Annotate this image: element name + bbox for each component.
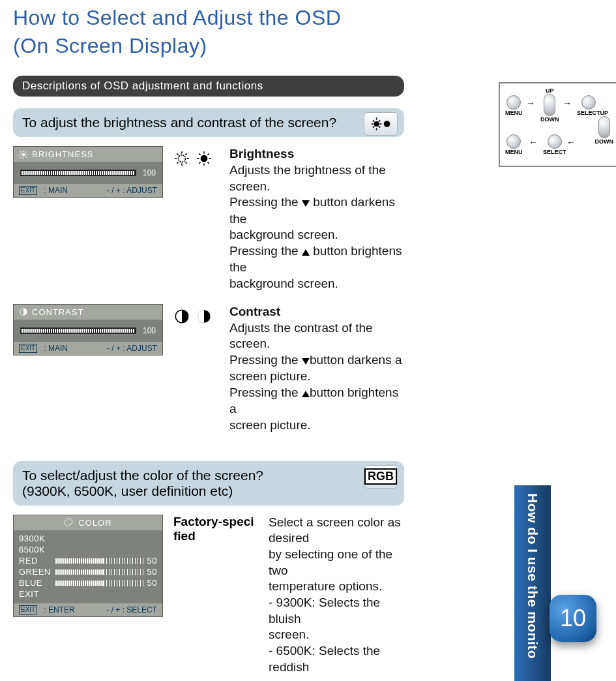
diagram-menu-2: MENU <box>505 149 523 155</box>
color-osd-blue-val: 50 <box>147 578 157 588</box>
contrast-description: Contrast Adjusts the contrast of the scr… <box>229 304 404 434</box>
color-osd-blue: BLUE <box>19 578 51 588</box>
factory-l4: - 9300K: Selects the bluish <box>269 596 380 626</box>
contrast-osd-panel: CONTRAST 100 EXIT : MAIN - / + : ADJUST <box>13 304 163 356</box>
sun-icon <box>19 150 28 159</box>
brightness-badge <box>364 112 398 136</box>
factory-label-l1: Factory-speci <box>173 515 254 528</box>
svg-line-33 <box>199 154 200 155</box>
rgb-badge-text: RGB <box>364 468 397 485</box>
color-osd-title: COLOR <box>78 518 111 528</box>
svg-point-10 <box>22 153 25 157</box>
title-line1: How to Select and Adjust the OSD <box>13 6 341 29</box>
factory-label: Factory-speci fied <box>173 515 258 545</box>
arrow-left-icon: ← <box>529 137 538 147</box>
triangle-down-icon <box>302 358 310 365</box>
color-osd-green-val: 50 <box>147 567 157 577</box>
rgb-badge: RGB <box>364 465 398 489</box>
color-osd-footer-right: - / + : SELECT <box>106 605 157 614</box>
brightness-osd-footer-right: - / + : ADJUST <box>107 186 157 195</box>
color-osd-red-val: 50 <box>147 556 157 566</box>
select-button-icon <box>581 95 596 110</box>
contrast-l3: screen picture. <box>229 369 311 383</box>
triangle-up-icon <box>302 249 310 256</box>
subhead2-l1: To select/adjust the color of the screen… <box>22 468 263 483</box>
factory-l5: screen. <box>269 628 309 641</box>
factory-l6: - 6500K: Selects the reddish <box>269 644 380 674</box>
contrast-osd-header: CONTRAST <box>14 305 162 320</box>
svg-line-18 <box>25 151 27 153</box>
page-title: How to Select and Adjust the OSD (On Scr… <box>13 4 404 60</box>
brightness-osd-value: 100 <box>143 168 156 177</box>
contrast-osd-footer-left: : MAIN <box>44 344 68 353</box>
subhead-color: To select/adjust the color of the screen… <box>13 461 404 506</box>
sun-icon <box>370 116 391 132</box>
factory-label-l2: fied <box>173 529 196 543</box>
color-osd-6500k: 6500K <box>19 545 45 554</box>
select-button-icon <box>548 134 562 149</box>
brightness-l3: background screen. <box>229 228 338 241</box>
subhead2-l2: (9300K, 6500K, user definition etc) <box>22 483 233 498</box>
contrast-l2a: Pressing the <box>229 353 302 367</box>
brightness-osd-header: BRIGHTNESS <box>14 147 162 162</box>
factory-l3: temperature options. <box>269 579 382 593</box>
color-osd-9300k: 9300K <box>19 534 45 543</box>
svg-line-8 <box>379 121 380 122</box>
svg-line-16 <box>25 157 27 158</box>
diagram-up-1: UP <box>546 87 554 94</box>
svg-line-5 <box>373 121 374 122</box>
diagram-down-1: DOWN <box>540 116 559 123</box>
diagram-select-2: SELECT <box>543 149 566 155</box>
contrast-icon <box>19 307 28 316</box>
brightness-description: Brightness Adjusts the brightness of the… <box>229 146 404 292</box>
svg-line-35 <box>199 162 200 164</box>
svg-line-25 <box>185 162 186 164</box>
svg-line-36 <box>207 154 209 155</box>
contrast-heading: Contrast <box>229 304 404 320</box>
contrast-half-icon <box>173 308 190 325</box>
svg-line-6 <box>379 127 380 128</box>
arrow-left-icon: ← <box>566 137 576 147</box>
triangle-down-icon <box>302 200 310 207</box>
factory-l1: Select a screen color as desired <box>269 515 401 545</box>
updown-button-icon <box>544 94 555 116</box>
brightness-l5: background screen. <box>229 277 338 290</box>
brightness-osd-title: BRIGHTNESS <box>32 149 94 159</box>
contrast-osd-title: CONTRAST <box>32 307 84 317</box>
svg-line-7 <box>373 127 374 128</box>
arrow-right-icon: → <box>563 98 572 108</box>
factory-l2: by selecting one of the two <box>269 547 392 577</box>
color-osd-exit: EXIT <box>19 589 39 599</box>
side-tab: How do I use the monito <box>514 485 551 681</box>
svg-line-15 <box>20 151 22 153</box>
svg-line-17 <box>20 157 22 158</box>
diagram-down-2: DOWN <box>595 138 614 145</box>
factory-description: Select a screen color as desired by sele… <box>269 515 404 681</box>
factory-l7: screen. <box>269 676 309 682</box>
side-tab-text: How do I use the monito <box>525 485 540 659</box>
brightness-l4a: Pressing the <box>229 244 302 258</box>
contrast-l1: Adjusts the contrast of the screen. <box>229 321 373 351</box>
palette-icon <box>64 518 73 527</box>
brightness-osd-footer-left: : MAIN <box>44 186 68 195</box>
svg-line-27 <box>185 154 186 155</box>
svg-point-28 <box>201 155 208 162</box>
arrow-right-icon: → <box>526 98 535 108</box>
menu-button-icon <box>506 134 521 149</box>
contrast-icons <box>173 304 219 325</box>
sun-outline-icon <box>173 150 190 167</box>
button-diagram: MENU → UPDOWN → SELECT UPDOWN MENU ← SEL… <box>499 82 616 167</box>
page-number-badge: 10 <box>550 595 596 642</box>
brightness-l1: Adjusts the brightness of the screen. <box>229 163 386 193</box>
sun-icon <box>196 150 213 167</box>
color-osd-red: RED <box>19 556 51 566</box>
brightness-icons <box>173 146 219 167</box>
svg-line-34 <box>207 162 209 164</box>
subhead-brightness-contrast: To adjust the brightness and contrast of… <box>13 108 404 137</box>
contrast-l5: screen picture. <box>229 418 311 432</box>
brightness-heading: Brightness <box>229 146 404 162</box>
subhead1-text: To adjust the brightness and contrast of… <box>22 115 336 130</box>
color-osd-green: GREEN <box>19 567 51 577</box>
svg-point-0 <box>374 121 379 127</box>
contrast-osd-footer-right: - / + : ADJUST <box>107 344 157 353</box>
